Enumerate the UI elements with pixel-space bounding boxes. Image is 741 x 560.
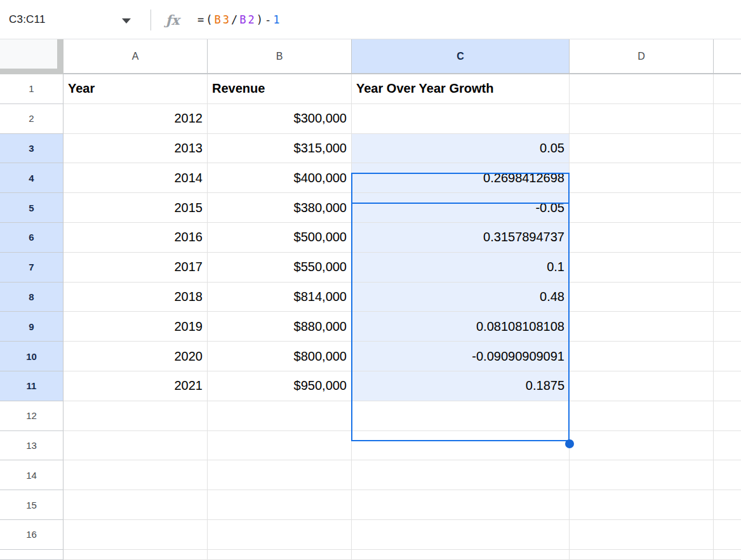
cell-D8[interactable] (570, 283, 714, 312)
row-header-5[interactable]: 5 (0, 193, 63, 223)
cell-Ex[interactable] (714, 550, 741, 560)
cell-A5[interactable]: 2015 (63, 193, 208, 223)
cell-B16[interactable] (208, 520, 352, 550)
cell-A1[interactable]: Year (63, 74, 208, 104)
selection-fill-handle[interactable] (565, 439, 574, 448)
cell-B6[interactable]: $500,000 (208, 223, 352, 253)
cell-C16[interactable] (352, 520, 570, 550)
cell-C4[interactable]: 0.2698412698 (352, 163, 570, 193)
row-header-12[interactable]: 12 (0, 401, 63, 431)
cell-E9[interactable] (714, 312, 741, 342)
cell-B14[interactable] (208, 460, 352, 490)
cell-A6[interactable]: 2016 (63, 223, 208, 253)
cell-B13[interactable] (208, 431, 352, 461)
cell-A15[interactable] (63, 490, 208, 520)
cell-D10[interactable] (570, 342, 714, 371)
cell-D5[interactable] (570, 193, 714, 223)
cell-B7[interactable]: $550,000 (208, 253, 352, 283)
cell-D9[interactable] (570, 312, 714, 342)
row-header-15[interactable]: 15 (0, 490, 63, 520)
cell-C1[interactable]: Year Over Year Growth (352, 74, 570, 104)
cell-B5[interactable]: $380,000 (208, 193, 352, 223)
cell-D15[interactable] (570, 490, 714, 520)
row-header-10[interactable]: 10 (0, 342, 63, 371)
row-header-16[interactable]: 16 (0, 520, 63, 550)
cell-C7[interactable]: 0.1 (352, 253, 570, 283)
formula-input[interactable]: =(B3/B2)-1 (197, 0, 281, 39)
cell-B8[interactable]: $814,000 (208, 283, 352, 312)
row-header-7[interactable]: 7 (0, 253, 63, 283)
cell-A7[interactable]: 2017 (63, 253, 208, 283)
cell-D1[interactable] (570, 74, 714, 104)
cell-B12[interactable] (208, 401, 352, 431)
name-box[interactable]: C3:C11 (9, 0, 46, 39)
row-header-2[interactable]: 2 (0, 104, 63, 134)
row-header-4[interactable]: 4 (0, 163, 63, 193)
cell-B11[interactable]: $950,000 (208, 371, 352, 401)
cell-E2[interactable] (714, 104, 741, 134)
cell-A2[interactable]: 2012 (63, 104, 208, 134)
row-header-11[interactable]: 11 (0, 371, 63, 401)
cell-A13[interactable] (63, 431, 208, 461)
cell-E13[interactable] (714, 431, 741, 461)
cell-A4[interactable]: 2014 (63, 163, 208, 193)
cell-B1[interactable]: Revenue (208, 74, 352, 104)
cell-E4[interactable] (714, 163, 741, 193)
cell-E3[interactable] (714, 134, 741, 164)
cell-B3[interactable]: $315,000 (208, 134, 352, 164)
cell-E11[interactable] (714, 371, 741, 401)
cell-D2[interactable] (570, 104, 714, 134)
cell-E14[interactable] (714, 460, 741, 490)
cell-B10[interactable]: $800,000 (208, 342, 352, 371)
cell-Cx[interactable] (352, 550, 570, 560)
cell-E7[interactable] (714, 253, 741, 283)
cell-C10[interactable]: -0.09090909091 (352, 342, 570, 371)
cell-B2[interactable]: $300,000 (208, 104, 352, 134)
col-header-B[interactable]: B (208, 39, 352, 74)
cell-E8[interactable] (714, 283, 741, 312)
select-all-corner[interactable] (0, 39, 63, 74)
cell-A10[interactable]: 2020 (63, 342, 208, 371)
cell-Dx[interactable] (570, 550, 714, 560)
cell-C2[interactable] (352, 104, 570, 134)
row-header-partial[interactable] (0, 550, 63, 560)
cell-E12[interactable] (714, 401, 741, 431)
row-header-3[interactable]: 3 (0, 134, 63, 164)
cell-C5[interactable]: -0.05 (352, 193, 570, 223)
cell-D12[interactable] (570, 401, 714, 431)
col-header-A[interactable]: A (63, 39, 208, 74)
cell-E16[interactable] (714, 520, 741, 550)
cell-C3[interactable]: 0.05 (352, 134, 570, 164)
cell-E5[interactable] (714, 193, 741, 223)
cell-E1[interactable] (714, 74, 741, 104)
cell-A9[interactable]: 2019 (63, 312, 208, 342)
cell-C14[interactable] (352, 460, 570, 490)
cell-C9[interactable]: 0.08108108108 (352, 312, 570, 342)
cell-C11[interactable]: 0.1875 (352, 371, 570, 401)
cell-B9[interactable]: $880,000 (208, 312, 352, 342)
col-header-D[interactable]: D (570, 39, 714, 74)
cell-E15[interactable] (714, 490, 741, 520)
cell-D4[interactable] (570, 163, 714, 193)
cell-B4[interactable]: $400,000 (208, 163, 352, 193)
cell-E6[interactable] (714, 223, 741, 253)
row-header-6[interactable]: 6 (0, 223, 63, 253)
cell-A8[interactable]: 2018 (63, 283, 208, 312)
col-header-partial[interactable] (714, 39, 741, 74)
cell-D3[interactable] (570, 134, 714, 164)
cell-Ax[interactable] (63, 550, 208, 560)
cell-D13[interactable] (570, 431, 714, 461)
cell-C15[interactable] (352, 490, 570, 520)
cell-E10[interactable] (714, 342, 741, 371)
cell-A16[interactable] (63, 520, 208, 550)
cell-D6[interactable] (570, 223, 714, 253)
cell-D16[interactable] (570, 520, 714, 550)
row-header-1[interactable]: 1 (0, 74, 63, 104)
row-header-9[interactable]: 9 (0, 312, 63, 342)
col-header-C[interactable]: C (352, 39, 570, 74)
cell-Bx[interactable] (208, 550, 352, 560)
cell-C12[interactable] (352, 401, 570, 431)
name-box-dropdown-icon[interactable] (122, 18, 131, 23)
cell-A14[interactable] (63, 460, 208, 490)
cell-C13[interactable] (352, 431, 570, 461)
